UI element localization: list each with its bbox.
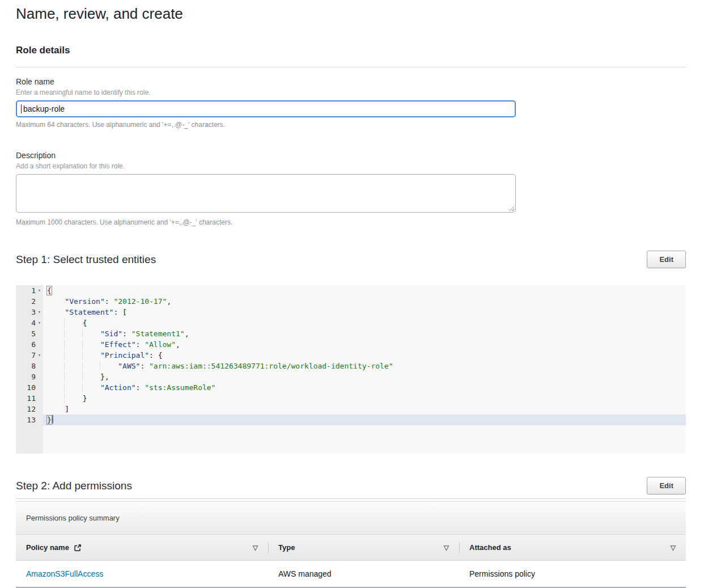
role-name-field: Role name Enter a meaningful name to ide… [16,77,686,129]
table-header-row: Policy name▽Type▽Attached as▽ [16,534,686,561]
role-details-heading: Role details [16,44,686,56]
code-text: "Version": "2012-10-17", [43,296,686,307]
description-textarea-wrap [16,174,516,215]
fold-toggle-icon[interactable]: ▾ [36,318,43,328]
code-text: }, [43,371,686,382]
text-cursor [21,104,22,113]
code-line[interactable]: 5 "Sid": "Statement1", [16,328,686,339]
description-field: Description Add a short explanation for … [16,150,686,227]
external-link-icon [74,544,82,552]
description-help: Add a short explanation for this role. [16,162,686,171]
code-line[interactable]: 12 ] [16,404,686,414]
section-divider [16,67,686,67]
column-header-type[interactable]: Type▽ [268,535,459,560]
line-number: 4▾ [16,318,43,328]
code-line[interactable]: 13} [16,414,686,425]
step2-edit-button[interactable]: Edit [647,477,686,494]
code-line[interactable]: 8 "AWS": "arn:aws:iam::541263489771:role… [16,361,686,371]
description-constraint: Maximum 1000 characters. Use alphanumeri… [16,218,686,227]
line-number: 12 [16,404,43,414]
fold-toggle-icon[interactable]: ▾ [36,350,43,361]
code-line[interactable]: 2 "Version": "2012-10-17", [16,296,686,307]
code-text: } [43,414,686,425]
line-number: 10 [16,382,43,393]
line-number: 5 [16,328,43,339]
main-content: Name, review, and create Role details Ro… [0,0,704,588]
code-text: "Principal": { [43,350,686,361]
line-number: 11 [16,393,43,404]
role-name-label: Role name [16,77,686,87]
step1-edit-button[interactable]: Edit [647,251,686,268]
code-text: "Effect": "Allow", [43,339,686,350]
editor-cursor [52,415,53,424]
column-label: Type [278,543,295,552]
step1-header-row: Step 1: Select trusted entities Edit [16,251,686,268]
code-line[interactable]: 7▾ "Principal": { [16,350,686,361]
code-line[interactable]: 6 "Effect": "Allow", [16,339,686,350]
step2-divider [16,498,686,499]
code-line[interactable]: 9 }, [16,371,686,382]
fold-toggle-icon[interactable]: ▾ [36,307,43,318]
fold-toggle-icon[interactable]: ▾ [36,285,43,296]
code-text: } [43,393,686,404]
step1-heading: Step 1: Select trusted entities [16,253,156,266]
line-number: 3▾ [16,307,43,318]
trust-policy-editor[interactable]: 1▾{2 "Version": "2012-10-17",3▾ "Stateme… [16,285,686,454]
permissions-summary-panel-header: Permissions policy summary [16,501,686,534]
code-text: "AWS": "arn:aws:iam::541263489771:role/w… [43,361,686,371]
filter-dropdown-icon[interactable]: ▽ [444,544,449,551]
line-number: 1▾ [16,285,43,296]
code-text: "Sid": "Statement1", [43,328,686,339]
code-text: "Statement": [ [43,307,686,318]
line-number: 9 [16,371,43,382]
line-number: 7▾ [16,350,43,361]
policy-type-cell: AWS managed [268,569,459,578]
role-name-input[interactable] [16,100,516,117]
column-header-attached-as[interactable]: Attached as▽ [459,535,686,560]
role-name-constraint: Maximum 64 characters. Use alphanumeric … [16,121,686,129]
column-header-policy-name[interactable]: Policy name▽ [16,535,268,560]
page-title: Name, review, and create [16,5,686,23]
table-row: AmazonS3FullAccessAWS managedPermissions… [16,561,686,588]
code-text: { [43,318,686,328]
code-text: { [43,285,686,296]
description-label: Description [16,150,686,160]
line-number: 13 [16,414,43,425]
role-name-help: Enter a meaningful name to identify this… [16,88,686,97]
permissions-summary-title: Permissions policy summary [26,514,120,522]
filter-dropdown-icon[interactable]: ▽ [253,544,258,551]
permissions-table: Policy name▽Type▽Attached as▽ AmazonS3Fu… [16,534,686,588]
code-line[interactable]: 10 "Action": "sts:AssumeRole" [16,382,686,393]
column-label: Policy name [26,543,69,552]
policy-name-link[interactable]: AmazonS3FullAccess [16,569,268,578]
line-number: 6 [16,339,43,350]
code-line[interactable]: 11 } [16,393,686,404]
filter-dropdown-icon[interactable]: ▽ [671,544,676,551]
description-textarea[interactable] [16,174,516,213]
line-number: 2 [16,296,43,307]
code-text: "Action": "sts:AssumeRole" [43,382,686,393]
code-text: ] [43,404,686,414]
code-line[interactable]: 4▾ { [16,318,686,328]
code-line[interactable]: 1▾{ [16,285,686,296]
column-label: Attached as [469,543,511,552]
attached-as-cell: Permissions policy [459,569,686,578]
role-name-input-wrap [16,100,516,117]
step2-header-row: Step 2: Add permissions Edit [16,477,686,494]
line-number: 8 [16,361,43,371]
step2-heading: Step 2: Add permissions [16,479,132,493]
code-line[interactable]: 3▾ "Statement": [ [16,307,686,318]
